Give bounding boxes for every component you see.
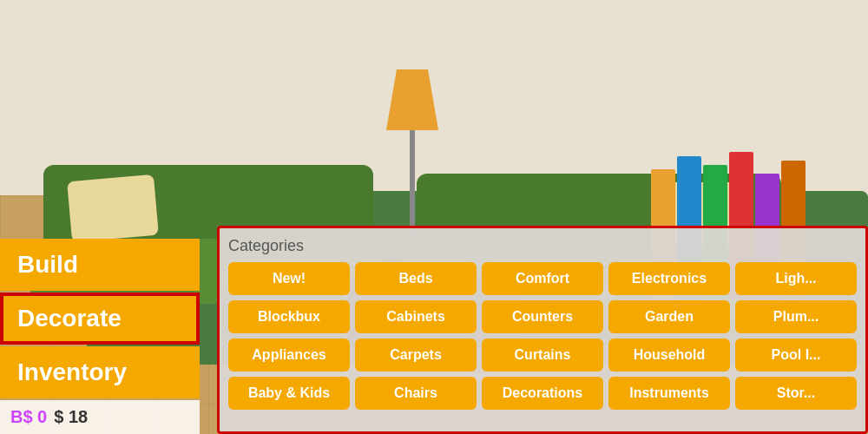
category-button[interactable]: Plum... (735, 300, 857, 333)
category-button[interactable]: Pool I... (735, 339, 857, 372)
category-button[interactable]: Stor... (735, 377, 857, 410)
category-button[interactable]: Beds (355, 262, 477, 295)
category-button[interactable]: Blockbux (228, 300, 350, 333)
category-button[interactable]: Cabinets (355, 300, 477, 333)
currency-label: B$ 0 (10, 407, 47, 427)
build-button[interactable]: Build (0, 239, 200, 291)
category-button[interactable]: Chairs (355, 377, 477, 410)
category-button[interactable]: Comfort (482, 262, 603, 295)
panel-title: Categories (228, 237, 857, 255)
category-button[interactable]: Curtains (482, 339, 603, 372)
categories-panel: Categories New!BedsComfortElectronicsLig… (217, 226, 868, 434)
category-button[interactable]: Carpets (355, 339, 477, 372)
categories-grid: New!BedsComfortElectronicsLigh...Blockbu… (228, 262, 857, 410)
category-button[interactable]: Household (608, 339, 730, 372)
sidebar: Build Decorate Inventory B$ 0 $ 18 (0, 239, 200, 434)
category-button[interactable]: Garden (608, 300, 730, 333)
inventory-button[interactable]: Inventory (0, 346, 200, 398)
category-button[interactable]: Baby & Kids (228, 377, 350, 410)
currency-value: $ 18 (54, 407, 88, 427)
category-button[interactable]: Counters (482, 300, 603, 333)
category-button[interactable]: Decorations (482, 377, 603, 410)
category-button[interactable]: Instruments (608, 377, 730, 410)
lamp (399, 69, 425, 234)
category-button[interactable]: New! (228, 262, 350, 295)
category-button[interactable]: Ligh... (735, 262, 857, 295)
decorate-button[interactable]: Decorate (0, 293, 200, 345)
category-button[interactable]: Appliances (228, 339, 350, 372)
currency-bar: B$ 0 $ 18 (0, 400, 200, 434)
category-button[interactable]: Electronics (608, 262, 730, 295)
